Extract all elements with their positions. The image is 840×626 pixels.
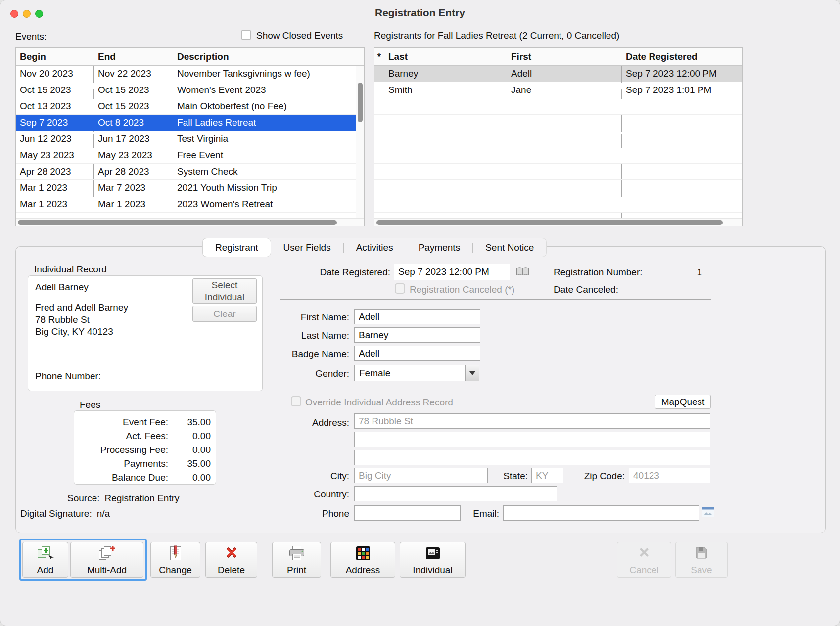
individual-name-underline [35, 297, 185, 297]
registrant-row[interactable]: BarneyAdellSep 7 2023 12:00 PM [374, 66, 742, 82]
fee-row: Processing Fee:0.00 [74, 443, 216, 457]
event-row[interactable]: Nov 20 2023Nov 22 2023November Tanksgivn… [16, 66, 356, 82]
registrants-header-date[interactable]: Date Registered [622, 48, 742, 65]
date-registered-input[interactable] [394, 264, 510, 280]
registrant-empty-row [374, 213, 742, 218]
registrants-horizontal-scrollbar-thumb[interactable] [376, 220, 723, 225]
divider-middle [280, 389, 711, 389]
last-name-input[interactable] [354, 327, 480, 343]
events-horizontal-scrollbar-thumb[interactable] [18, 220, 337, 225]
events-header-begin[interactable]: Begin [16, 48, 94, 65]
address-button[interactable]: Address [330, 542, 395, 578]
registrants-horizontal-scrollbar [374, 218, 742, 226]
tab-activities[interactable]: Activities [344, 238, 406, 257]
registrant-cell-last [384, 98, 507, 114]
city-input[interactable] [354, 468, 488, 483]
registrants-label: Registrants for Fall Ladies Retreat (2 C… [374, 30, 619, 41]
event-cell-description: 2021 Youth Mission Trip [173, 180, 356, 196]
gender-value: Female [355, 368, 465, 379]
window-title: Registration Entry [0, 7, 840, 19]
event-cell-description: 2023 Women's Retreat [173, 196, 356, 212]
title-bar: Registration Entry [0, 0, 840, 26]
save-button-label: Save [691, 565, 712, 575]
registrants-header-last[interactable]: Last [384, 48, 507, 65]
tab-bar: RegistrantUser FieldsActivitiesPaymentsS… [202, 238, 547, 257]
registrant-cell-date [622, 196, 742, 212]
event-row[interactable]: Apr 28 2023Apr 28 2023System Check [16, 164, 356, 180]
state-input[interactable] [531, 468, 563, 483]
event-cell-description: Free Event [173, 147, 356, 163]
gender-dropdown-button[interactable] [465, 365, 479, 381]
individual-button[interactable]: Individual [400, 542, 466, 578]
first-name-input[interactable] [354, 309, 480, 324]
select-individual-button[interactable]: Select Individual [192, 278, 257, 304]
event-cell-description: Test Virginia [173, 131, 356, 147]
registration-canceled-checkbox[interactable] [395, 283, 405, 294]
registrant-cell-date [622, 98, 742, 114]
badge-name-input[interactable] [354, 346, 480, 361]
registrant-cell-date: Sep 7 2023 1:01 PM [622, 82, 742, 98]
gender-select[interactable]: Female [354, 365, 479, 381]
photo-card-icon [425, 545, 441, 561]
override-address-checkbox[interactable] [291, 396, 301, 406]
date-registered-label: Date Registered: [278, 267, 390, 278]
registrants-table-body: BarneyAdellSep 7 2023 12:00 PMSmithJaneS… [374, 66, 742, 218]
zip-code-input[interactable] [629, 468, 710, 483]
add-button[interactable]: Add [22, 542, 68, 578]
change-button-label: Change [159, 565, 192, 575]
print-button[interactable]: Print [272, 542, 321, 578]
registrant-empty-row [374, 131, 742, 147]
registrant-cell-first [507, 196, 622, 212]
address-line2-input[interactable] [354, 432, 710, 447]
registrant-cell-star [374, 82, 384, 98]
delete-button[interactable]: Delete [205, 542, 257, 578]
phone-input[interactable] [354, 505, 461, 521]
browser-window-icon[interactable] [702, 507, 714, 517]
event-row[interactable]: Jun 12 2023Jun 17 2023Test Virginia [16, 131, 356, 147]
tab-registrant[interactable]: Registrant [202, 238, 271, 257]
country-input[interactable] [354, 486, 557, 501]
fee-value: 0.00 [174, 431, 211, 442]
tab-user-fields[interactable]: User Fields [271, 238, 343, 257]
show-closed-events-label: Show Closed Events [256, 30, 343, 41]
clear-button[interactable]: Clear [192, 306, 257, 322]
address-line1-input[interactable] [354, 413, 710, 429]
event-row[interactable]: May 23 2023May 23 2023Free Event [16, 147, 356, 164]
event-row[interactable]: Oct 15 2023Oct 15 2023Women's Event 2023 [16, 82, 356, 98]
mapquest-button[interactable]: MapQuest [655, 395, 711, 409]
event-row[interactable]: Mar 1 2023Mar 7 20232021 Youth Mission T… [16, 180, 356, 196]
fees-box: Event Fee:35.00Act. Fees:0.00Processing … [74, 410, 216, 485]
event-row[interactable]: Sep 7 2023Oct 8 2023Fall Ladies Retreat [16, 115, 356, 131]
fee-row: Payments:35.00 [74, 457, 216, 471]
save-button[interactable]: Save [675, 542, 728, 578]
tab-sent-notice[interactable]: Sent Notice [473, 238, 546, 257]
show-closed-events-checkbox[interactable] [241, 30, 251, 40]
event-row[interactable]: Mar 1 2023Mar 1 20232023 Women's Retreat [16, 196, 356, 213]
digital-signature-label: Digital Signature: [20, 508, 92, 519]
save-floppy-icon [694, 545, 709, 560]
registrant-cell-date: Sep 7 2023 12:00 PM [622, 66, 742, 82]
event-cell-end: Mar 7 2023 [94, 180, 173, 196]
fee-label: Balance Due: [79, 472, 174, 483]
registrants-header-first[interactable]: First [507, 48, 622, 65]
event-cell-begin: Oct 15 2023 [16, 82, 94, 98]
multi-add-button[interactable]: Multi-Add [70, 542, 143, 578]
individual-address-line1: Fred and Adell Barney [35, 302, 128, 313]
registrant-cell-star [374, 213, 384, 218]
events-vertical-scrollbar-thumb[interactable] [358, 83, 363, 122]
events-header-description[interactable]: Description [173, 48, 364, 65]
address-line3-input[interactable] [354, 450, 710, 465]
registrants-header-star[interactable]: * [374, 48, 384, 65]
override-address-label: Override Individual Address Record [305, 397, 453, 408]
tab-payments[interactable]: Payments [406, 238, 472, 257]
change-button[interactable]: Change [150, 542, 200, 578]
cancel-button[interactable]: Cancel [617, 542, 671, 578]
event-row[interactable]: Oct 13 2023Oct 15 2023Main Oktoberfest (… [16, 98, 356, 115]
calendar-icon[interactable] [516, 267, 529, 277]
registrant-cell-star [374, 147, 384, 163]
registrant-row[interactable]: SmithJaneSep 7 2023 1:01 PM [374, 82, 742, 98]
events-header-end[interactable]: End [94, 48, 173, 65]
source-value: Registration Entry [104, 493, 179, 504]
email-input[interactable] [503, 505, 699, 521]
state-label: State: [490, 471, 528, 482]
